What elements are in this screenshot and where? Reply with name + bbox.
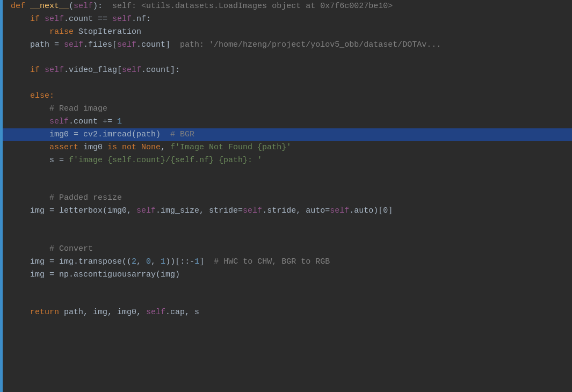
indent xyxy=(11,243,49,255)
indent xyxy=(11,103,49,115)
token-plain: ] xyxy=(199,256,214,268)
token-kw: assert xyxy=(49,141,83,154)
token-none-kw: None xyxy=(141,141,161,154)
token-plain: path = xyxy=(30,39,64,51)
indent xyxy=(11,256,30,268)
code-line: if self.video_flag[self.count]: xyxy=(0,64,572,77)
token-fstring: f'image {self.count}/{self.nf} {path}: ' xyxy=(69,154,262,166)
token-plain: .count += xyxy=(69,115,117,128)
code-editor: def __next__(self): self: <utils.dataset… xyxy=(0,0,572,392)
token-comment: # HWC to CHW, BGR to RGB xyxy=(214,256,330,268)
indent xyxy=(11,26,49,38)
code-line xyxy=(0,294,572,306)
indent xyxy=(11,268,30,281)
token-kw: if xyxy=(30,13,45,25)
token-kw-def: def xyxy=(11,0,30,12)
code-line: # Convert xyxy=(0,243,572,256)
code-line: img = letterbox(img0, self.img_size, str… xyxy=(0,205,572,217)
token-self-kw: self xyxy=(136,205,156,217)
token-comment: self: <utils.datasets.LoadImages object … xyxy=(112,0,393,12)
indent xyxy=(11,205,30,217)
token-number: 2 xyxy=(132,256,136,268)
indent xyxy=(11,13,30,25)
token-plain: ): xyxy=(93,0,112,12)
token-kw: return xyxy=(30,306,64,318)
token-plain: .count == xyxy=(64,13,112,25)
token-plain: s = xyxy=(49,154,69,166)
code-line: else: xyxy=(0,90,572,103)
indent xyxy=(11,306,30,318)
token-plain: .files[ xyxy=(83,39,117,51)
token-number: 1 xyxy=(161,256,165,268)
token-plain: StopIteration xyxy=(78,26,141,38)
token-number: 0 xyxy=(146,256,151,268)
indent xyxy=(11,128,49,141)
token-comment: path: '/home/hzeng/project/yolov5_obb/da… xyxy=(180,39,441,51)
token-plain: path, img, img0, xyxy=(64,306,146,318)
code-line: def __next__(self): self: <utils.dataset… xyxy=(0,0,572,13)
token-highlight-comment: # BGR xyxy=(170,128,194,141)
code-line: assert img0 is not None, f'Image Not Fou… xyxy=(0,141,572,154)
code-line xyxy=(0,230,572,242)
token-plain: , xyxy=(151,256,161,268)
token-plain: .cap, s xyxy=(165,306,199,318)
token-comment: # Convert xyxy=(49,243,93,255)
indent xyxy=(11,192,49,204)
token-self-kw: self xyxy=(117,39,136,51)
code-line: # Padded resize xyxy=(0,192,572,205)
indent xyxy=(11,154,49,166)
token-plain: .img_size, stride= xyxy=(156,205,243,217)
token-plain: .auto)[0] xyxy=(349,205,393,217)
token-kw: if xyxy=(30,64,45,76)
code-line: raise StopIteration xyxy=(0,26,572,39)
token-number: 1 xyxy=(117,115,122,128)
token-self-kw: self xyxy=(330,205,349,217)
token-self-kw: self xyxy=(74,0,93,12)
token-plain: .count]: xyxy=(141,64,180,76)
token-kw: else: xyxy=(30,90,54,102)
token-plain: ( xyxy=(69,0,74,12)
code-line: path = self.files[self.count] path: '/ho… xyxy=(0,39,572,52)
code-line: img0 = cv2.imread(path) # BGR xyxy=(0,128,572,141)
code-line: self.count += 1 xyxy=(0,115,572,128)
code-line xyxy=(0,281,572,294)
token-self-kw: self xyxy=(146,306,165,318)
token-plain: .count] xyxy=(136,39,180,51)
code-line: if self.count == self.nf: xyxy=(0,13,572,26)
indent xyxy=(11,39,30,51)
token-plain: img = img.transpose(( xyxy=(30,256,132,268)
token-self-kw: self xyxy=(243,205,262,217)
code-line: s = f'image {self.count}/{self.nf} {path… xyxy=(0,154,572,167)
token-number: 1 xyxy=(194,256,199,268)
token-comment: # Read image xyxy=(49,103,107,115)
token-self-kw: self xyxy=(45,64,64,76)
token-plain: ))[::- xyxy=(165,256,194,268)
token-plain: .stride, auto= xyxy=(262,205,330,217)
token-comment: # Padded resize xyxy=(49,192,122,204)
token-highlight-plain: img0 = cv2.imread(path) xyxy=(49,128,170,141)
token-self-kw: self xyxy=(112,13,132,25)
token-plain: , xyxy=(161,141,170,154)
token-kw: is not xyxy=(107,141,141,154)
code-line: # Read image xyxy=(0,103,572,115)
token-plain: img = letterbox(img0, xyxy=(30,205,136,217)
indent xyxy=(11,90,30,102)
indent xyxy=(11,64,30,76)
token-plain: img0 xyxy=(83,141,107,154)
code-line xyxy=(0,217,572,230)
token-plain: .video_flag[ xyxy=(64,64,122,76)
token-plain: .nf: xyxy=(132,13,151,25)
code-line xyxy=(0,179,572,192)
token-fn-name: __next__ xyxy=(30,0,69,12)
token-self-kw: self xyxy=(49,115,69,128)
code-line xyxy=(0,167,572,179)
indent xyxy=(11,141,49,154)
code-line xyxy=(0,77,572,89)
token-plain: img = np.ascontiguousarray(img) xyxy=(30,268,180,281)
code-line xyxy=(0,52,572,64)
token-self-kw: self xyxy=(122,64,141,76)
indent xyxy=(11,115,49,128)
code-line: return path, img, img0, self.cap, s xyxy=(0,306,572,319)
code-container: def __next__(self): self: <utils.dataset… xyxy=(0,0,572,319)
code-line: img = img.transpose((2, 0, 1))[::-1] # H… xyxy=(0,256,572,268)
